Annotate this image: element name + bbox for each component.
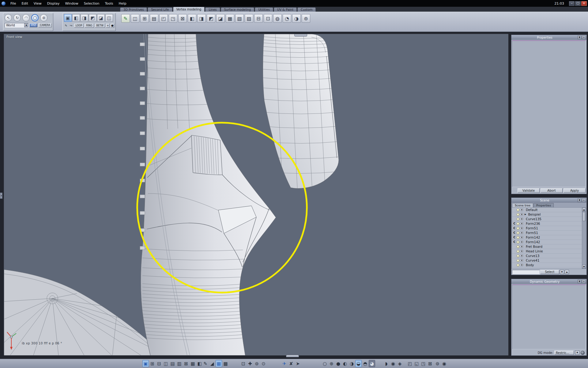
minimize-button[interactable]: – [569,1,575,6]
mode-uv-icon[interactable]: ◪ [97,14,105,22]
panel-close-icon[interactable]: × [582,198,586,202]
scene-tree-row-head-linie[interactable]: Head Linie [512,249,582,254]
render-eye-icon[interactable] [520,259,524,262]
tab-custom[interactable]: Custom [297,7,316,12]
grid-dense-icon[interactable]: ▩ [222,360,229,367]
visibility-icon[interactable] [517,259,519,262]
scene-tree-row-form51a[interactable]: C Form51 [512,226,582,231]
visibility-icon[interactable] [517,245,519,248]
textured-mode-icon[interactable]: ◑ [349,360,355,367]
modeling-tool-icon-10[interactable]: ◩ [207,14,215,23]
corner-snap-icon[interactable]: ◢ [209,360,215,367]
scrollbar-thumb[interactable] [582,212,586,221]
left-panel-collapse-arrow[interactable]: ◂ [0,193,2,199]
modeling-tool-icon-7[interactable]: ⊠ [178,14,187,23]
scroll-down-icon[interactable]: ▼ [582,265,586,269]
visibility-icon[interactable] [517,264,519,266]
visibility-icon[interactable] [517,209,519,211]
viewport-canvas[interactable] [4,34,508,355]
modeling-tool-icon-6[interactable]: ◳ [169,14,177,23]
scene-tree-row-curve135[interactable]: Curve135 [512,217,582,221]
render-eye-icon[interactable] [520,236,524,239]
maximize-button[interactable]: ▢ [575,1,581,6]
scene-tree-scrollbar[interactable]: ▲ ▼ [582,208,586,269]
modeling-tool-icon-2[interactable]: ◫ [131,14,139,23]
panel-collapse-icon[interactable]: ▼ [578,198,582,202]
modeling-tool-icon-4[interactable]: ▤ [150,14,158,23]
panel-collapse-icon[interactable]: ▼ [578,36,582,39]
mode-face-icon[interactable]: ◧ [72,14,80,22]
visibility-icon[interactable] [517,241,519,243]
visibility-icon[interactable] [517,255,519,257]
box-corner-1-icon[interactable]: ◰ [407,360,413,367]
panel-close-icon[interactable]: × [582,36,586,39]
shaded-wire-mode-icon[interactable]: ◒ [355,360,362,367]
modeling-tool-icon-20[interactable]: ⊚ [302,14,310,23]
visibility-icon[interactable] [517,213,519,216]
box-corner-3-icon[interactable]: ◳ [420,360,427,367]
dark-shade-mode-icon[interactable]: ◕ [369,360,375,367]
tab-scene-tree[interactable]: Scene tree [512,203,533,207]
smooth-shade-mode-icon[interactable]: ◐ [342,360,348,367]
xyz-button[interactable]: XYZ [29,23,37,27]
layout-side-icon[interactable]: ◧ [196,360,203,367]
layout-rows-icon[interactable]: ▤ [169,360,176,367]
visibility-icon[interactable] [517,222,519,225]
menu-display[interactable]: Display [44,0,62,7]
loop-button[interactable]: LOOP [74,24,84,28]
scene-tree-row-body[interactable]: Body [512,263,582,267]
viewport-front-view[interactable]: Front view ib xp 300 10 fff e p 06 ° [4,34,508,355]
layout-single-view-icon[interactable]: ▣ [142,360,149,367]
layout-cross-icon[interactable]: ⊠ [183,360,189,367]
scene-tree-row-curve41[interactable]: Curve41 [512,258,582,263]
modeling-tool-icon-12[interactable]: ▦ [226,14,234,23]
apply-button[interactable]: Apply [564,188,586,193]
render-eye-icon[interactable] [520,227,524,229]
zoom-icon[interactable]: ⊚ [254,360,260,367]
menu-file[interactable]: File [8,0,19,7]
lasso-select-tool[interactable]: ◠ [22,14,30,21]
fit-view-icon[interactable]: ⊡ [240,360,247,367]
layout-split-vertical-icon[interactable]: ◫ [163,360,169,367]
visibility-icon[interactable] [517,232,519,234]
tab-vertex-modeling[interactable]: Vertex modeling [173,7,205,12]
expand-arrow-icon[interactable]: ▶ [525,213,526,216]
ring-button[interactable]: RING [85,24,94,28]
render-eye-icon[interactable] [520,241,524,243]
render-eye-icon[interactable] [520,213,524,216]
scene-tree-row-default[interactable]: Default [512,208,582,212]
select-options-down-icon[interactable]: ▼ [560,270,564,274]
backface-cull-icon[interactable]: ◗ [383,360,390,367]
render-eye-icon[interactable] [520,245,524,248]
visibility-icon[interactable] [517,236,519,239]
chevron-down-icon[interactable]: ▼ [24,23,28,27]
viewport-splitter-handle-top[interactable] [294,34,307,36]
tab-scene-properties[interactable]: Properties [533,203,554,207]
scroll-up-icon[interactable]: ▲ [582,208,586,212]
modeling-tool-icon-14[interactable]: ▨ [245,14,253,23]
annotate-pen-icon[interactable]: ✎ [202,360,209,367]
tab-lines[interactable]: Lines [205,7,220,12]
menu-help[interactable]: Help [116,0,129,7]
grow-selection-toggle[interactable]: + [106,24,110,28]
scene-tree-row-fret-board[interactable]: Fret Board [512,244,582,249]
panel-close-icon[interactable]: × [582,280,586,283]
tab-uv-paint[interactable]: UV & Paint [274,7,297,12]
highlight-sphere-icon[interactable]: ◉ [390,360,396,367]
render-eye-icon[interactable] [520,222,524,225]
scene-tree-row-beispiel[interactable]: ▶ Beispiel [512,212,582,217]
modeling-tool-icon-1[interactable]: ✎ [121,14,130,23]
modeling-tool-icon-13[interactable]: ▧ [235,14,244,23]
box-cross-icon[interactable]: ⊠ [427,360,433,367]
dg-sphere-icon[interactable] [581,351,585,355]
modeling-tool-icon-15[interactable]: ⊟ [254,14,263,23]
between-button[interactable]: BETW [95,24,105,28]
rotate-tool[interactable]: ↻ [13,14,21,21]
magnet-select-tool[interactable]: ⊚ [40,14,47,21]
scene-tree-row-form142b[interactable]: C Form142 [512,240,582,244]
ghost-mode-icon[interactable]: ◓ [362,360,368,367]
layout-split-horizontal-icon[interactable]: ⊟ [156,360,162,367]
modeling-tool-icon-17[interactable]: ◍ [273,14,282,23]
grid-toggle-icon[interactable]: ▦ [216,360,222,367]
box-corner-2-icon[interactable]: ◱ [413,360,420,367]
